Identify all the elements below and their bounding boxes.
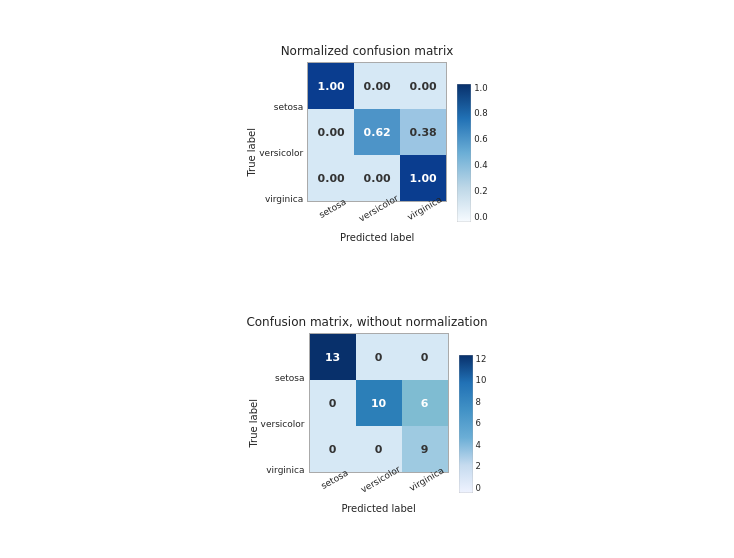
chart-2-grid-wrapper: 13 0 0 0 10 6 0 0 9 setosa	[309, 333, 449, 514]
cell2-1-1: 10	[356, 380, 402, 426]
chart-2-yticks: setosa versicolor virginica	[261, 355, 305, 493]
chart-2-cb-tick-2: 8	[476, 398, 487, 407]
chart-2-cb-tick-0: 12	[476, 355, 487, 364]
chart-1-matrix-with-yticks: setosa versicolor virginica 1.00 0.00 0.…	[259, 62, 447, 243]
cell2-1-2: 6	[402, 380, 448, 426]
chart-2-ytick-1: versicolor	[261, 401, 305, 447]
chart-1-cb-tick-3: 0.4	[474, 161, 488, 170]
chart-1-yticks: setosa versicolor virginica	[259, 84, 303, 222]
chart-2-body: True label setosa versicolor virginica 1…	[248, 333, 487, 514]
chart-1-ytick-1: versicolor	[259, 130, 303, 176]
chart-1-xlabel: Predicted label	[307, 232, 447, 243]
chart-2-cb-tick-6: 0	[476, 484, 487, 493]
chart-2-cb-tick-3: 6	[476, 419, 487, 428]
chart-1-inner: Normalized confusion matrix True label s…	[246, 44, 487, 243]
cell-0-0: 1.00	[308, 63, 354, 109]
chart-1-grid-wrapper: 1.00 0.00 0.00 0.00 0.62 0.38 0.00 0.00 …	[307, 62, 447, 243]
chart-2-cb-tick-4: 4	[476, 441, 487, 450]
chart-1-cb-tick-2: 0.6	[474, 135, 488, 144]
chart-2-ytick-0: setosa	[261, 355, 305, 401]
chart-2-xlabel: Predicted label	[309, 503, 449, 514]
chart-2-matrix-area: setosa versicolor virginica 13 0 0 0 10	[261, 333, 449, 514]
cell-0-1: 0.00	[354, 63, 400, 109]
chart-2-cb-tick-1: 10	[476, 376, 487, 385]
chart-1-section: Normalized confusion matrix True label s…	[0, 8, 734, 279]
chart-2-title: Confusion matrix, without normalization	[246, 315, 487, 329]
chart-1-ytick-0: setosa	[259, 84, 303, 130]
chart-2-colorbar-ticks: 12 10 8 6 4 2 0	[476, 355, 487, 493]
chart-1-colorbar-body: 1.0 0.8 0.6 0.4 0.2 0.0	[457, 84, 488, 222]
chart-1-xticks: setosa versicolor virginica	[307, 204, 445, 214]
chart-2-colorbar-svg	[459, 355, 473, 493]
chart-1-body: True label setosa versicolor virginica 1…	[246, 62, 487, 243]
chart-2-colorbar: 12 10 8 6 4 2 0	[459, 355, 487, 493]
chart-2-colorbar-gradient	[459, 355, 473, 493]
chart-2-matrix-with-yticks: setosa versicolor virginica 13 0 0 0 10	[261, 333, 449, 514]
cell2-0-1: 0	[356, 334, 402, 380]
charts-container: Normalized confusion matrix True label s…	[0, 0, 734, 558]
cell2-0-2: 0	[402, 334, 448, 380]
chart-1-ytick-2: virginica	[259, 176, 303, 222]
chart-1-cb-tick-1: 0.8	[474, 109, 488, 118]
chart-1-matrix-area: setosa versicolor virginica 1.00 0.00 0.…	[259, 62, 447, 243]
chart-1-colorbar-ticks: 1.0 0.8 0.6 0.4 0.2 0.0	[474, 84, 488, 222]
cell-1-0: 0.00	[308, 109, 354, 155]
chart-2-cb-tick-5: 2	[476, 462, 487, 471]
chart-1-ylabel: True label	[246, 128, 257, 177]
cell2-1-0: 0	[310, 380, 356, 426]
chart-2-grid: 13 0 0 0 10 6 0 0 9	[309, 333, 449, 473]
chart-1-colorbar-gradient	[457, 84, 471, 222]
chart-1-grid: 1.00 0.00 0.00 0.00 0.62 0.38 0.00 0.00 …	[307, 62, 447, 202]
chart-1-cb-tick-4: 0.2	[474, 187, 488, 196]
cell-0-2: 0.00	[400, 63, 446, 109]
chart-2-xticks: setosa versicolor virginica	[309, 475, 447, 485]
svg-rect-0	[457, 84, 471, 222]
svg-rect-1	[459, 355, 473, 493]
chart-2-ylabel: True label	[248, 399, 259, 448]
chart-1-title: Normalized confusion matrix	[281, 44, 454, 58]
chart-1-cb-tick-5: 0.0	[474, 213, 488, 222]
chart-1-colorbar: 1.0 0.8 0.6 0.4 0.2 0.0	[457, 84, 488, 222]
chart-1-colorbar-svg	[457, 84, 471, 222]
cell-1-1: 0.62	[354, 109, 400, 155]
chart-2-colorbar-body: 12 10 8 6 4 2 0	[459, 355, 487, 493]
chart-2-section: Confusion matrix, without normalization …	[0, 279, 734, 550]
chart-2-ytick-2: virginica	[261, 447, 305, 493]
cell2-0-0: 13	[310, 334, 356, 380]
chart-2-inner: Confusion matrix, without normalization …	[246, 315, 487, 514]
cell-1-2: 0.38	[400, 109, 446, 155]
chart-1-cb-tick-0: 1.0	[474, 84, 488, 93]
